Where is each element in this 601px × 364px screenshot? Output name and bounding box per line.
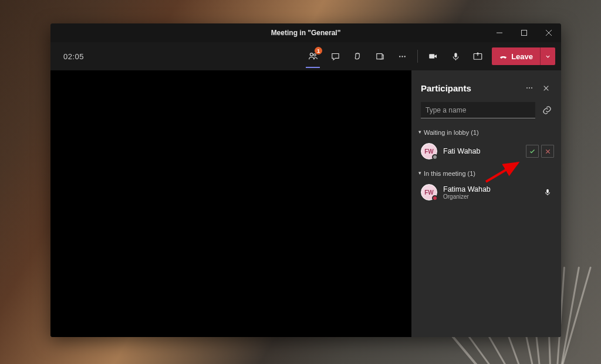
svg-rect-11 bbox=[454, 53, 457, 57]
leave-dropdown-button[interactable] bbox=[540, 47, 555, 65]
camera-button[interactable] bbox=[423, 46, 444, 67]
svg-rect-10 bbox=[429, 54, 434, 59]
participant-info: Fatima Wahab Organizer bbox=[443, 185, 538, 200]
lobby-actions bbox=[526, 145, 554, 158]
svg-point-14 bbox=[529, 87, 530, 89]
presence-busy-icon bbox=[432, 195, 438, 201]
lobby-section-label: Waiting in lobby (1) bbox=[424, 129, 479, 136]
share-button[interactable] bbox=[467, 46, 488, 67]
svg-rect-6 bbox=[376, 53, 381, 59]
meeting-body: Participants ▾ Waiting in lobby (1) bbox=[50, 70, 561, 337]
svg-point-8 bbox=[401, 56, 403, 57]
participant-search-input[interactable] bbox=[421, 102, 535, 118]
lobby-section-header[interactable]: ▾ Waiting in lobby (1) bbox=[411, 125, 561, 140]
share-icon bbox=[472, 51, 483, 62]
chevron-down-icon bbox=[545, 53, 551, 60]
chat-button[interactable] bbox=[325, 46, 346, 67]
participant-mic-indicator bbox=[543, 188, 552, 196]
panel-search-row bbox=[411, 102, 561, 125]
controlbar-right-group bbox=[423, 46, 488, 67]
camera-icon bbox=[428, 51, 438, 62]
rooms-icon bbox=[375, 52, 385, 62]
participant-role: Organizer bbox=[443, 193, 538, 200]
leave-control: Leave bbox=[492, 47, 555, 65]
raise-hand-icon bbox=[353, 52, 363, 62]
participants-badge: 1 bbox=[315, 47, 322, 55]
svg-point-13 bbox=[526, 87, 528, 89]
minimize-icon bbox=[497, 30, 502, 36]
hangup-icon bbox=[499, 52, 508, 61]
close-icon bbox=[542, 84, 550, 92]
chevron-down-icon: ▾ bbox=[418, 129, 421, 135]
panel-title: Participants bbox=[421, 83, 521, 93]
check-icon bbox=[529, 148, 536, 155]
avatar: FW bbox=[421, 184, 437, 200]
controlbar-separator bbox=[417, 50, 418, 63]
panel-more-button[interactable] bbox=[521, 80, 538, 96]
mic-icon bbox=[451, 52, 461, 62]
x-icon bbox=[545, 148, 551, 155]
leave-button[interactable]: Leave bbox=[492, 47, 540, 65]
svg-point-7 bbox=[399, 56, 400, 57]
presence-unknown-icon bbox=[432, 154, 438, 160]
svg-rect-20 bbox=[546, 189, 549, 193]
raise-hand-button[interactable] bbox=[347, 46, 368, 67]
panel-close-button[interactable] bbox=[538, 80, 554, 96]
maximize-icon bbox=[521, 30, 527, 36]
rooms-button[interactable] bbox=[369, 46, 390, 67]
mic-button[interactable] bbox=[445, 46, 466, 67]
attendee-row[interactable]: FW Fatima Wahab Organizer bbox=[411, 181, 561, 204]
lobby-participant-row[interactable]: FW Fati Wahab bbox=[411, 140, 561, 163]
maximize-button[interactable] bbox=[512, 23, 536, 42]
more-icon bbox=[397, 52, 407, 62]
meeting-timer: 02:05 bbox=[63, 52, 84, 61]
mic-icon bbox=[543, 188, 552, 196]
controlbar-center-group: 1 bbox=[302, 46, 413, 67]
more-actions-button[interactable] bbox=[391, 46, 413, 67]
svg-point-15 bbox=[531, 87, 532, 89]
panel-header: Participants bbox=[411, 76, 561, 102]
avatar-initials: FW bbox=[424, 189, 434, 196]
avatar-initials: FW bbox=[424, 148, 434, 155]
svg-point-4 bbox=[310, 53, 313, 56]
window-controls bbox=[487, 23, 561, 42]
meeting-controlbar: 02:05 1 bbox=[50, 42, 561, 70]
svg-point-9 bbox=[404, 56, 405, 57]
more-icon bbox=[525, 83, 534, 93]
titlebar: Meeting in "General" bbox=[50, 23, 561, 42]
avatar: FW bbox=[421, 143, 437, 159]
admit-button[interactable] bbox=[526, 145, 539, 158]
close-window-button[interactable] bbox=[536, 23, 561, 42]
minimize-button[interactable] bbox=[487, 23, 512, 42]
share-invite-button[interactable] bbox=[540, 103, 554, 117]
chat-icon bbox=[330, 52, 340, 62]
svg-rect-1 bbox=[522, 30, 527, 36]
inmeeting-section-header[interactable]: ▾ In this meeting (1) bbox=[411, 166, 561, 181]
participant-name: Fati Wahab bbox=[443, 147, 520, 155]
participants-button[interactable]: 1 bbox=[302, 46, 323, 67]
leave-label: Leave bbox=[511, 52, 533, 61]
chevron-down-icon: ▾ bbox=[418, 170, 421, 176]
deny-button[interactable] bbox=[541, 145, 554, 158]
participant-name: Fatima Wahab bbox=[443, 185, 538, 193]
svg-point-5 bbox=[314, 54, 316, 56]
link-icon bbox=[542, 105, 552, 115]
inmeeting-section-label: In this meeting (1) bbox=[424, 170, 475, 177]
meeting-window: Meeting in "General" 02:05 1 bbox=[50, 23, 561, 337]
video-stage bbox=[50, 70, 411, 337]
window-title: Meeting in "General" bbox=[271, 29, 341, 37]
participant-info: Fati Wahab bbox=[443, 147, 520, 155]
close-icon bbox=[546, 30, 552, 36]
participants-panel: Participants ▾ Waiting in lobby (1) bbox=[411, 70, 561, 337]
